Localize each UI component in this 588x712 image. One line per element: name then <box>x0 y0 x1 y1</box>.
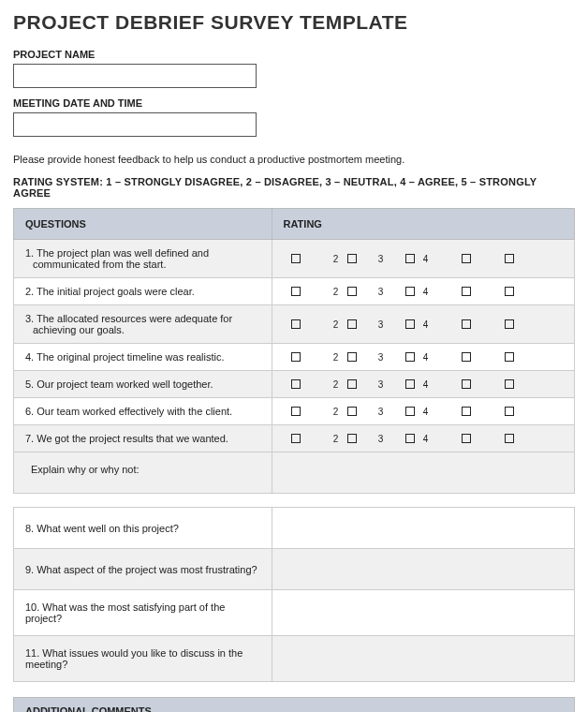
rating-number: 2 <box>332 407 340 417</box>
question-text: 7. We got the project results that we wa… <box>25 433 228 444</box>
rating-checkbox-1[interactable] <box>291 287 301 296</box>
header-questions: QUESTIONS <box>14 209 272 240</box>
rating-checkbox-1[interactable] <box>291 352 301 362</box>
rating-number: 3 <box>377 254 385 264</box>
rating-checkbox-3[interactable] <box>405 434 415 443</box>
rating-number: 3 <box>377 352 385 363</box>
question-cell: 3. The allocated resources were adequate… <box>14 305 272 344</box>
rating-number: 3 <box>377 434 385 444</box>
rating-number: 4 <box>422 254 430 264</box>
rating-number: 4 <box>422 407 430 417</box>
rating-checkbox-4[interactable] <box>462 352 471 362</box>
rating-number: 3 <box>377 319 385 330</box>
rating-number: 4 <box>422 287 430 297</box>
rating-number: 2 <box>332 287 340 297</box>
rating-number: 4 <box>422 319 430 330</box>
meeting-datetime-input[interactable] <box>13 112 257 137</box>
rating-number: 2 <box>332 434 340 444</box>
rating-checkbox-3[interactable] <box>405 379 415 389</box>
rating-cell: 234 <box>272 344 574 371</box>
rating-checkbox-3[interactable] <box>405 407 415 416</box>
open-answer-cell[interactable] <box>272 590 574 636</box>
question-text: communicated from the start. <box>25 259 260 270</box>
table-row: 4. The original project timeline was rea… <box>14 344 575 371</box>
rating-checkbox-2[interactable] <box>347 287 357 296</box>
question-text: 3. The allocated resources were adequate… <box>25 313 232 324</box>
rating-number: 3 <box>377 287 385 297</box>
rating-checkbox-5[interactable] <box>505 287 514 296</box>
question-cell: 7. We got the project results that we wa… <box>14 425 272 452</box>
table-row: 6. Our team worked effectively with the … <box>14 398 575 425</box>
rating-checkbox-4[interactable] <box>462 434 471 443</box>
rating-checkbox-3[interactable] <box>405 319 415 329</box>
question-text: achieving our goals. <box>25 324 260 335</box>
rating-checkbox-5[interactable] <box>505 379 514 389</box>
question-text: 2. The initial project goals were clear. <box>25 286 195 297</box>
table-row: 11. What issues would you like to discus… <box>14 636 575 682</box>
question-text: 6. Our team worked effectively with the … <box>25 406 232 417</box>
explain-row: Explain why or why not: <box>14 452 575 494</box>
rating-checkbox-1[interactable] <box>291 434 301 443</box>
explain-label: Explain why or why not: <box>14 452 272 494</box>
open-answer-cell[interactable] <box>272 549 574 590</box>
rating-checkbox-2[interactable] <box>347 379 357 389</box>
rating-number: 2 <box>332 254 340 264</box>
table-row: 8. What went well on this project? <box>14 508 575 549</box>
rating-cell: 234 <box>272 398 574 425</box>
explain-input-cell[interactable] <box>272 452 574 494</box>
rating-checkbox-3[interactable] <box>405 254 415 263</box>
table-row: 10. What was the most satisfying part of… <box>14 590 575 636</box>
rating-checkbox-4[interactable] <box>462 254 471 263</box>
question-text: 4. The original project timeline was rea… <box>25 351 225 363</box>
rating-checkbox-1[interactable] <box>291 319 301 329</box>
table-row: 9. What aspect of the project was most f… <box>14 549 575 590</box>
rating-checkbox-3[interactable] <box>405 287 415 296</box>
table-row: 5. Our project team worked well together… <box>14 371 575 398</box>
rating-checkbox-5[interactable] <box>505 352 514 362</box>
rating-checkbox-2[interactable] <box>347 319 357 329</box>
open-answer-cell[interactable] <box>272 636 574 682</box>
table-row: 2. The initial project goals were clear.… <box>14 278 575 305</box>
rating-checkbox-2[interactable] <box>347 352 357 362</box>
rating-checkbox-1[interactable] <box>291 379 301 389</box>
open-questions-table: 8. What went well on this project?9. Wha… <box>13 507 575 682</box>
open-question-cell: 9. What aspect of the project was most f… <box>14 549 272 590</box>
rating-checkbox-5[interactable] <box>505 319 514 329</box>
question-cell: 5. Our project team worked well together… <box>14 371 272 398</box>
rating-number: 2 <box>332 319 340 330</box>
rating-checkbox-4[interactable] <box>462 379 471 389</box>
rating-checkbox-5[interactable] <box>505 434 514 443</box>
question-cell: 4. The original project timeline was rea… <box>14 344 272 371</box>
open-answer-cell[interactable] <box>272 508 574 549</box>
rating-number: 3 <box>377 407 385 417</box>
rating-cell: 234 <box>272 240 574 278</box>
rating-checkbox-3[interactable] <box>405 352 415 362</box>
rating-number: 4 <box>422 379 430 390</box>
rating-checkbox-4[interactable] <box>462 319 471 329</box>
rating-cell: 234 <box>272 278 574 305</box>
meeting-datetime-label: MEETING DATE AND TIME <box>13 97 575 109</box>
rating-cell: 234 <box>272 305 574 344</box>
rating-checkbox-1[interactable] <box>291 254 301 263</box>
rating-checkbox-1[interactable] <box>291 407 301 416</box>
page-title: PROJECT DEBRIEF SURVEY TEMPLATE <box>13 11 575 34</box>
question-cell: 1. The project plan was well defined and… <box>14 240 272 278</box>
rating-checkbox-2[interactable] <box>347 407 357 416</box>
rating-number: 2 <box>332 352 340 363</box>
rating-checkbox-5[interactable] <box>505 254 514 263</box>
rating-number: 2 <box>332 379 340 390</box>
rating-checkbox-2[interactable] <box>347 254 357 263</box>
rating-number: 3 <box>377 379 385 390</box>
table-row: 7. We got the project results that we wa… <box>14 425 575 452</box>
question-cell: 6. Our team worked effectively with the … <box>14 398 272 425</box>
open-question-cell: 11. What issues would you like to discus… <box>14 636 272 682</box>
rating-checkbox-4[interactable] <box>462 407 471 416</box>
rating-checkbox-5[interactable] <box>505 407 514 416</box>
table-row: 3. The allocated resources were adequate… <box>14 305 575 344</box>
question-text: 1. The project plan was well defined and <box>25 247 209 259</box>
rating-checkbox-4[interactable] <box>462 287 471 296</box>
survey-table: QUESTIONS RATING 1. The project plan was… <box>13 208 575 494</box>
instructions-text: Please provide honest feedback to help u… <box>13 154 575 165</box>
project-name-input[interactable] <box>13 64 257 88</box>
rating-checkbox-2[interactable] <box>347 434 357 443</box>
